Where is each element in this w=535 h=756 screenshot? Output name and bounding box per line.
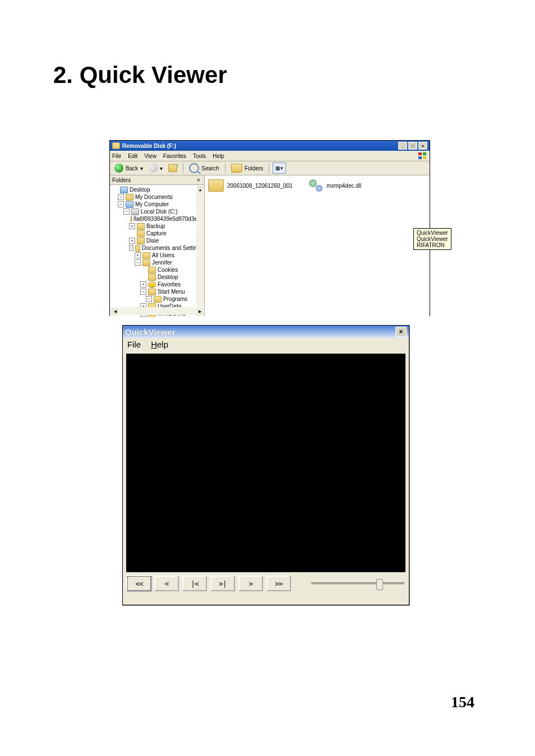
- sidebar-close-icon[interactable]: ×: [195, 177, 202, 183]
- tree-label: Local Disk (C:): [141, 208, 178, 215]
- tree-icon: [137, 230, 145, 237]
- page-number: 154: [451, 693, 474, 711]
- scroll-left-icon[interactable]: ◀: [110, 307, 119, 316]
- position-slider[interactable]: [311, 582, 404, 585]
- expander-icon[interactable]: +: [129, 223, 135, 229]
- menu-view[interactable]: View: [144, 153, 156, 159]
- maximize-button[interactable]: □: [408, 142, 417, 150]
- menu-tools[interactable]: Tools: [193, 153, 206, 159]
- minimize-button[interactable]: _: [398, 142, 407, 150]
- tooltip-line: RIFATRON: [417, 242, 448, 248]
- tree-label: Documents and Settings: [142, 244, 203, 252]
- menu-file[interactable]: File: [112, 153, 121, 159]
- file-name: 20061008_12061260_001: [227, 183, 293, 189]
- views-button[interactable]: ▦▾: [273, 163, 286, 174]
- explorer-sidebar: Folders × ▲ ▼ Desktop−My Documents−My Co…: [110, 175, 205, 317]
- expander-icon[interactable]: +: [140, 281, 146, 287]
- tooltip-line: QuickViewer: [417, 230, 448, 236]
- scroll-right-icon[interactable]: ▶: [195, 307, 204, 316]
- tree-item[interactable]: +Backup: [112, 222, 203, 230]
- tree-item[interactable]: −Documents and Settings: [112, 244, 203, 252]
- tree-label: Backup: [146, 222, 165, 230]
- folder-icon: [112, 142, 120, 149]
- expander-icon[interactable]: −: [140, 289, 146, 295]
- tree-h-scrollbar[interactable]: ◀ ▶: [110, 307, 204, 315]
- tree-item[interactable]: −My Documents: [112, 193, 203, 201]
- tree-item[interactable]: −My Computer: [112, 201, 203, 208]
- quickviewer-screenshot: QuickViewer × File Help << < |< >| > >>: [122, 325, 409, 605]
- tree-label: Jennifer: [152, 259, 172, 266]
- prev-button[interactable]: <: [154, 576, 179, 591]
- next-button[interactable]: >: [238, 576, 263, 591]
- tree-item[interactable]: +All Users: [112, 252, 203, 259]
- explorer-toolbar: Back ▾ ▾ Search Folders ▦▾: [110, 161, 430, 175]
- tooltip: QuickViewer QuickViewer RIFATRON: [413, 228, 451, 250]
- tree-item[interactable]: Capture: [112, 230, 203, 237]
- tree-item[interactable]: −Programs: [112, 295, 203, 303]
- tree-icon: [126, 194, 133, 201]
- tree-item[interactable]: −Jennifer: [112, 259, 203, 266]
- menu-file[interactable]: File: [127, 340, 141, 349]
- forward-button[interactable]: ▾: [146, 163, 165, 174]
- up-button[interactable]: [166, 163, 179, 174]
- folder-icon: [208, 179, 224, 192]
- close-button[interactable]: ×: [418, 142, 427, 150]
- menu-help[interactable]: Help: [213, 153, 224, 159]
- file-item-folder[interactable]: 20061008_12061260_001: [208, 179, 293, 192]
- tree-icon: [148, 267, 156, 273]
- close-button[interactable]: ×: [395, 327, 407, 337]
- tree-icon: [148, 289, 156, 295]
- back-button[interactable]: Back ▾: [112, 163, 145, 174]
- quickviewer-title-text: QuickViewer: [125, 327, 176, 337]
- explorer-title-text: Removable Disk (F:): [122, 143, 176, 149]
- menu-help-rest: elp: [157, 340, 168, 349]
- tree-item[interactable]: −Local Disk (C:): [112, 208, 203, 215]
- tree-icon: [120, 187, 128, 193]
- folders-label: Folders: [245, 165, 263, 171]
- quickviewer-menubar: File Help: [123, 338, 409, 350]
- tree-icon: [154, 296, 162, 303]
- search-button[interactable]: Search: [187, 163, 222, 174]
- expander-icon[interactable]: −: [135, 259, 141, 266]
- expander-icon[interactable]: +: [129, 238, 135, 244]
- playback-controls: << < |< >| > >>: [123, 576, 409, 591]
- tree-item[interactable]: Desktop: [112, 186, 203, 193]
- expander-icon[interactable]: −: [118, 194, 124, 200]
- up-icon: [168, 164, 177, 172]
- expander-icon[interactable]: −: [129, 245, 133, 251]
- menu-edit[interactable]: Edit: [128, 153, 137, 159]
- expander-icon[interactable]: −: [146, 296, 152, 302]
- expander-icon[interactable]: +: [135, 252, 141, 258]
- explorer-content[interactable]: 20061008_12061260_001 mxmp4dec.dll Quick…: [205, 175, 430, 317]
- tree-label: Programs: [163, 295, 187, 303]
- sidebar-header: Folders ×: [110, 175, 204, 185]
- tree-item[interactable]: +Disie: [112, 237, 203, 244]
- tree-icon: [148, 274, 156, 281]
- menu-favorites[interactable]: Favorites: [163, 153, 186, 159]
- tree-scrollbar[interactable]: ▲ ▼: [196, 185, 204, 317]
- tree-item[interactable]: Desktop: [112, 273, 203, 281]
- first-button[interactable]: |<: [182, 576, 207, 591]
- search-label: Search: [201, 165, 219, 171]
- folders-button[interactable]: Folders: [229, 163, 265, 174]
- folder-tree[interactable]: ▲ ▼ Desktop−My Documents−My Computer−Loc…: [110, 185, 204, 317]
- fastfwd-button[interactable]: >>: [266, 576, 291, 591]
- file-item-dll[interactable]: mxmp4dec.dll: [308, 179, 362, 192]
- tree-item[interactable]: −Start Menu: [112, 288, 203, 295]
- last-button[interactable]: >|: [210, 576, 235, 591]
- rewind-button[interactable]: <<: [127, 576, 151, 591]
- slider-thumb-icon[interactable]: [376, 579, 383, 590]
- tree-icon: [131, 216, 132, 222]
- tree-item[interactable]: 8a6f09338439e5d870d3e6553c: [112, 215, 203, 222]
- menu-help[interactable]: Help: [151, 340, 168, 349]
- tree-label: Desktop: [130, 186, 150, 193]
- scroll-up-icon[interactable]: ▲: [196, 185, 204, 194]
- tooltip-line: QuickViewer: [417, 236, 448, 242]
- tree-item[interactable]: Cookies: [112, 266, 203, 273]
- search-icon: [189, 163, 199, 173]
- expander-icon[interactable]: −: [123, 208, 130, 215]
- expander-icon[interactable]: −: [118, 201, 124, 207]
- forward-icon: [149, 164, 158, 173]
- tree-item[interactable]: +Favorites: [112, 281, 203, 288]
- explorer-screenshot: Removable Disk (F:) _ □ × File Edit View…: [109, 140, 430, 316]
